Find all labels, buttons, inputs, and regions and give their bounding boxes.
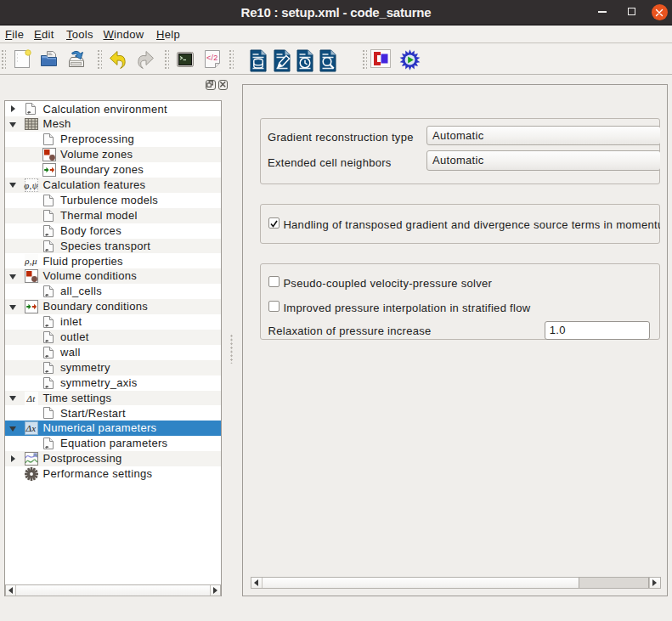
svg-text:</2: </2 (206, 54, 218, 62)
